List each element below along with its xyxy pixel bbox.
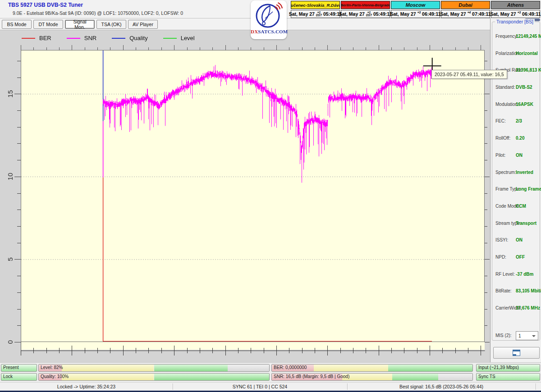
transponder-row-polarization: Polarization:Horizontal — [494, 51, 540, 68]
transponder-row-rolloff: RollOff:0.20 — [494, 136, 540, 153]
clock-berlin-paris-vienna-belgrade: Berlin-Paris-Vienna-BelgradeSat, May 27+… — [341, 1, 390, 18]
legend-item-level: Level — [163, 35, 195, 41]
row-value: DVB-S2 — [516, 85, 532, 90]
clock-hms: 07:49:11 — [472, 11, 491, 17]
logo-text: DXSATCS.COM — [251, 29, 287, 34]
clock-utc-offset: +3 — [518, 11, 521, 17]
row-value: 2/3 — [516, 119, 522, 123]
row-value: OFF — [516, 255, 525, 260]
row-value: 37,676 MHz — [516, 305, 540, 310]
row-value: Inverted — [516, 170, 533, 175]
clock-lu-enec-slovakia-r-d-vid: Lučenec-Slovakia_R.DávidSat, May 27+1DST… — [291, 1, 340, 18]
window-title: TBS 5927 USB DVB-S2 Tuner — [8, 2, 83, 8]
offset-label — [468, 14, 469, 17]
legend-item-snr: SNR — [67, 35, 96, 41]
status-sync-counters: SYNC 61 | TEI 0 | CC 524 — [173, 383, 347, 391]
mis-label: MIS (2): — [495, 333, 512, 338]
row-label: Pilot: — [495, 153, 505, 158]
transponder-row-bitrate: BitRate:83,105 Mbit/s — [494, 288, 540, 305]
snr-progressbar: SNR: 16,5 dB (Margin: 9,5 dB | Good) — [271, 373, 473, 381]
clock-hms: 06:49:11 — [522, 11, 541, 17]
mis-value: 1 — [518, 333, 521, 338]
row-label: RF Level: — [495, 272, 515, 277]
legend-swatch-snr — [67, 38, 80, 39]
indicator-bars: Present Level: 82% BER: 0,0000000 Input … — [0, 362, 541, 382]
dxsatcs-logo: DXSATCS.COM — [251, 0, 287, 39]
ber-progressbar: BER: 0,0000000 — [271, 364, 473, 372]
clock-date: Sat, May 27 — [390, 11, 416, 17]
panel-toggle-button[interactable] — [493, 347, 540, 359]
clock-time: Sat, May 27+1DST05:49:11 — [341, 10, 390, 18]
transponder-group-title: Transponder [BS] — [495, 19, 535, 24]
bar-segment-green — [154, 374, 270, 380]
clock-hms: 05:49:11 — [373, 11, 392, 17]
tab-dt-mode[interactable]: DT Mode — [33, 20, 63, 29]
signal-chart-canvas[interactable] — [0, 30, 490, 363]
chevron-down-icon — [532, 335, 536, 337]
mis-dropdown[interactable]: 1 — [516, 331, 538, 340]
clock-city-label: Dubai — [441, 1, 490, 9]
clock-city-label: Athens — [491, 1, 540, 9]
row-value: -37 dBm — [516, 272, 533, 277]
row-label: Spectrum: — [495, 170, 516, 175]
status-uptime: Locked -> Uptime: 35:24:23 — [0, 383, 173, 391]
tab-tsa-ok[interactable]: TSA (OK) — [96, 20, 126, 29]
clock-date: Sat, May 27 — [490, 11, 516, 17]
row-value: 83,105 Mbit/s — [516, 288, 541, 293]
legend-label: Level — [181, 35, 195, 41]
tab-bs-mode[interactable]: BS Mode — [2, 20, 32, 29]
bar-segment-yellow — [62, 374, 154, 380]
input-indicator: Input (~21,39 Mbps) — [476, 364, 540, 372]
row-value: 0.20 — [516, 136, 524, 141]
window-layout-icon — [513, 350, 520, 356]
tab-av-player[interactable]: AV Player — [128, 20, 158, 29]
row-value: 31396,813 KS/s — [516, 68, 541, 73]
offset-label — [418, 14, 419, 17]
signal-monitor-panel: BERSNRQualityLevel 2023-05-27 05.49.11, … — [0, 30, 490, 363]
row-value: 12149,245 MHz — [516, 34, 541, 39]
legend-item-ber: BER — [22, 35, 51, 41]
row-value: Transport — [516, 221, 536, 226]
transponder-row-stream-type: Stream type:Transport — [494, 221, 540, 238]
clock-utc-offset: +4 — [468, 11, 471, 17]
row-value: CCM — [516, 204, 526, 209]
status-bar: Locked -> Uptime: 35:24:23 SYNC 61 | TEI… — [0, 382, 541, 391]
lock-indicator: Lock — [1, 373, 37, 381]
mode-tabs: BS ModeDT ModeSignal Mon.TSA (OK)AV Play… — [0, 20, 490, 30]
statusbar-separator — [536, 383, 536, 390]
row-label: Standard: — [495, 85, 515, 90]
bar-segment-gray — [438, 374, 472, 380]
legend-swatch-quality — [112, 38, 125, 39]
chart-tooltip: 2023-05-27 05.49.11, value: 16,5 — [431, 70, 507, 79]
level-progressbar: Level: 82% — [38, 364, 270, 372]
clock-moscow: MoscowSat, May 27+3 06:49:11 — [391, 1, 440, 18]
clock-time: Sat, May 27+3 06:49:11 — [391, 10, 440, 18]
mis-row: MIS (2): 1 — [495, 331, 540, 341]
row-value: 16APSK — [516, 102, 533, 107]
row-value: Horizontal — [516, 51, 538, 56]
legend-label: Quality — [129, 35, 147, 41]
tab-signal-mon[interactable]: Signal Mon. — [65, 20, 95, 29]
transponder-row-frequency: Frequency:12149,245 MHz — [494, 34, 540, 51]
quality-progressbar: Quality: 100% — [38, 373, 270, 381]
bar-label: BER: 0,0000000 — [274, 365, 307, 370]
row-label: Modulation: — [495, 102, 519, 107]
bar-segment-gray — [228, 365, 269, 371]
row-label: RollOff: — [495, 136, 510, 141]
row-label: NPD: — [495, 255, 506, 260]
row-label: Frequency: — [495, 34, 518, 39]
clock-city-label: Lučenec-Slovakia_R.Dávid — [291, 1, 340, 9]
bar-label: Quality: 100% — [41, 374, 69, 379]
clock-city-label: Berlin-Paris-Vienna-Belgrade — [341, 1, 390, 9]
transponder-row-fec: FEC:2/3 — [494, 119, 540, 136]
clock-time: Sat, May 27+3 06:49:11 — [491, 10, 540, 18]
legend-swatch-ber — [22, 38, 35, 39]
row-label: FEC: — [495, 119, 506, 123]
legend-item-quality: Quality — [112, 35, 147, 41]
clock-utc-offset: +3 — [417, 11, 421, 17]
transponder-row-rf-level: RF Level:-37 dBm — [494, 272, 540, 289]
offset-label: DST — [316, 14, 322, 17]
transponder-row-issyi: ISSYI:ON — [494, 237, 540, 255]
clock-utc-offset: +1DST — [316, 11, 322, 17]
transponder-row-modulation: Modulation:16APSK — [494, 102, 540, 119]
